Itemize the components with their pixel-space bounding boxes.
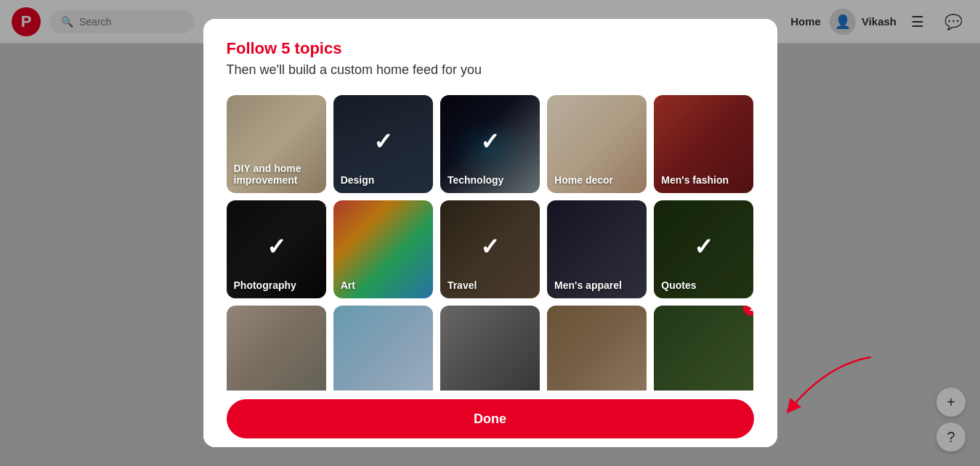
topic-overlay: [227, 306, 326, 391]
topic-checkmark: ✓: [480, 128, 500, 155]
topic-label: Design: [341, 174, 375, 186]
topic-card-travel[interactable]: ✓Travel: [440, 200, 540, 298]
topics-grid: ✓DIY and home improvement✓Design✓Technol…: [227, 95, 754, 391]
modal-header: Follow 5 topics Then we'll build a custo…: [203, 19, 777, 89]
topic-checkmark: ✓: [480, 233, 500, 261]
modal-title: Follow 5 topics: [227, 39, 754, 58]
done-button[interactable]: Done: [227, 399, 754, 438]
topic-overlay: [654, 306, 753, 391]
topic-card-girl[interactable]: ✓: [547, 306, 647, 391]
topic-label: Home decor: [554, 174, 613, 186]
topic-card-homedecor[interactable]: ✓Home decor: [547, 95, 647, 193]
topic-card-bear2[interactable]: ✓1: [654, 306, 753, 391]
topic-overlay: [440, 306, 540, 391]
topic-card-sky[interactable]: ✓: [333, 306, 433, 391]
topic-card-technology[interactable]: ✓Technology: [440, 95, 540, 193]
modal-footer: Done: [203, 391, 777, 447]
topic-checkmark: ✓: [694, 233, 713, 261]
topic-label: Photography: [234, 279, 296, 291]
topic-card-tattoo[interactable]: ✓: [227, 306, 326, 391]
topic-label: Quotes: [661, 279, 696, 291]
topic-card-mensfashion[interactable]: ✓Men's fashion: [654, 95, 753, 193]
topic-checkmark: ✓: [373, 128, 393, 155]
topic-overlay: [333, 306, 433, 391]
topic-card-mensapparel[interactable]: ✓Men's apparel: [547, 200, 647, 298]
modal-subtitle: Then we'll build a custom home feed for …: [227, 62, 754, 78]
topics-container: ✓DIY and home improvement✓Design✓Technol…: [203, 89, 777, 391]
topic-card-design[interactable]: ✓Design: [333, 95, 433, 193]
topic-checkmark: ✓: [267, 233, 286, 261]
topic-label: Men's fashion: [661, 174, 729, 186]
topic-label: Technology: [448, 174, 504, 186]
topic-card-art[interactable]: ✓Art: [333, 200, 433, 298]
topic-label: Travel: [448, 279, 477, 291]
topic-label: Men's apparel: [554, 279, 622, 291]
topic-card-feather[interactable]: ✓: [440, 306, 540, 391]
topic-label: Art: [341, 279, 355, 291]
topic-overlay: [547, 306, 647, 391]
topic-card-diy[interactable]: ✓DIY and home improvement: [227, 95, 326, 193]
topic-selection-modal: Follow 5 topics Then we'll build a custo…: [203, 19, 777, 447]
topic-label: DIY and home improvement: [234, 163, 326, 186]
topic-card-quotes[interactable]: ✓Quotes: [654, 200, 753, 298]
topic-card-photography[interactable]: ✓Photography: [227, 200, 326, 298]
